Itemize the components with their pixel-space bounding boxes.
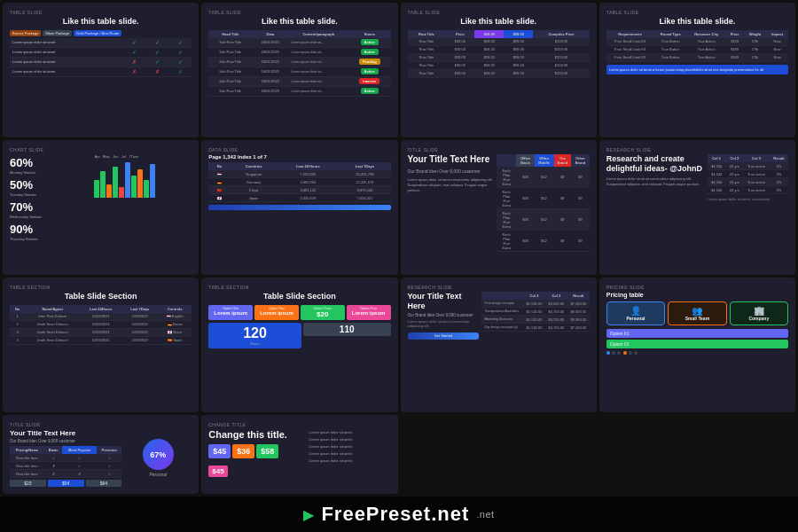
stats-list: 60% Monday Statistic 50% Tuesday Statist…: [10, 154, 90, 241]
slide-10-label: Table Section: [208, 285, 390, 290]
slide-13-left: Your Title Text Here Our Brand Iden Over…: [10, 429, 121, 487]
slide-4-label: Table Slide: [606, 10, 788, 15]
slide-14-content: Change this title. $45 $36 $58 $45 Lorem…: [208, 429, 390, 477]
dollar-box: $45: [208, 444, 231, 458]
slide-1-table: Lorem ipsum dolor sit amet ✓ ✓ ✓ Lorem i…: [10, 38, 192, 77]
table-row: 🇯🇵Japan2,345,6787,654,321: [208, 194, 390, 202]
slide-11-cta[interactable]: Get Started: [408, 332, 480, 340]
table-row: 🇩🇪Germany4,902,00412,345,678: [208, 178, 390, 186]
check-icon: ✓: [155, 59, 160, 65]
small-number-card: 110: [303, 323, 391, 348]
stat-item: 90% Thursday Statistic: [10, 221, 90, 241]
dot-gray: [617, 351, 621, 355]
slide-10: Table Section Table Slide Section Option…: [201, 278, 397, 412]
plan-card-team: 👥 Small Team: [668, 301, 726, 325]
table-row: Row title here✗✗✓: [10, 470, 121, 478]
big-number: 120: [243, 325, 267, 341]
status-badge: Active: [361, 88, 379, 94]
footer-values: $23 $54 $64: [10, 480, 121, 487]
slide-8-left: Research and create delightful ideas- @J…: [606, 154, 704, 201]
option-row: Option 01: [606, 329, 788, 338]
big-numbers-row: 120 Event 110: [208, 323, 390, 348]
bar-chart: Apr May Jun Jul 7Tues: [94, 154, 192, 198]
slide-12: Pricing Slide Pricing table 👤 Personal 👥…: [599, 278, 795, 412]
bar: [131, 176, 137, 198]
slide-3: Table Slide Like this table slide. Row T…: [401, 3, 597, 137]
cross-icon: ✗: [132, 59, 137, 65]
slide-10-title: Table Slide Section: [208, 292, 390, 301]
table-row: Free Small Limit S3True ButtonTrue Actio…: [606, 38, 788, 46]
table-row: Each Plan Run Extra$69$52$9$9: [497, 231, 590, 252]
table-row: Row Title$39.00$59.00$99.00$159.00: [408, 45, 590, 53]
slide-14-label: Change Title: [208, 422, 390, 427]
table-row: Row Title$39.00$59.00$99.00$159.00: [408, 69, 590, 77]
slide-5: Chart Slide 60% Monday Statistic 50% Tue…: [3, 140, 199, 275]
plan-name: Personal: [611, 316, 661, 321]
slide-14: Change Title Change this title. $45 $36 …: [201, 415, 397, 494]
dot-indicators: [606, 351, 788, 355]
plan-name: Small Team: [672, 316, 722, 321]
list-item: Lorem ipsum dolor sit amet: [309, 458, 391, 465]
slide-8-content: Research and create delightful ideas- @J…: [606, 154, 788, 201]
list-item: Lorem ipsum dolor sit amet: [309, 443, 391, 450]
footer-value: $23: [10, 480, 46, 487]
slide-3-title: Like this table slide.: [408, 17, 590, 27]
slide-8: Research Slide Research and create delig…: [599, 140, 795, 275]
slide-11: Research Slide Your Title Text Here Our …: [401, 278, 597, 412]
slide-14-title: Change this title.: [208, 429, 306, 441]
check-icon: ✓: [132, 40, 137, 45]
chart-labels: Apr May Jun Jul 7Tues: [94, 154, 192, 159]
dot-orange: [623, 351, 627, 355]
option-card: Option Three$20: [301, 305, 345, 320]
watermark-text: FreePreset.net: [321, 503, 469, 526]
footer-value: $54: [48, 480, 84, 487]
table-header-row: Head Title Data Content/paragraph Status: [208, 30, 390, 38]
slide-14-left: Change this title. $45 $36 $58 $45: [208, 429, 306, 477]
table-row: Free Small Limit S3True ButtonTrue Actio…: [606, 45, 788, 53]
table-row: Each Plan Run Extra$69$52$9$9: [497, 188, 590, 209]
option-row: Option 02: [606, 340, 788, 348]
table-row: 3Jeath Sean Dobson12/03/20211/03/2022🇯🇵 …: [10, 328, 192, 336]
slide-6-table: No Countries Last 24 Hours Last 7Days 🇳🇱…: [208, 162, 390, 202]
table-row: $4,34443 yrsTrue action3%: [708, 178, 788, 186]
stat-number: 50%: [10, 178, 33, 192]
table-row: Sub Row Title04/01/2023Lorem ipsum dolor…: [208, 57, 390, 66]
stat-label: Wednesday Statistic: [10, 215, 90, 219]
slide-13-label: Title Slide: [10, 422, 192, 427]
progress-bar: [208, 205, 390, 210]
check-icon: ✓: [178, 59, 183, 65]
slide-4-title: Like this table slide.: [606, 17, 788, 27]
slide-6: Data Slide Page 1,342 Index 1 of 7 No Co…: [201, 140, 397, 275]
slide-2-table: Head Title Data Content/paragraph Status…: [208, 30, 390, 97]
slide-9: Table Section Table Slide Section No Nam…: [3, 278, 199, 412]
slide-6-title-small: Page 1,342 Index 1 of 7: [208, 154, 390, 160]
table-header-row: Row Title Price $59.00 $99.00 Complete P…: [408, 30, 590, 38]
table-row: Each Plan Run Extra$69$52$9$9: [497, 167, 590, 188]
table-row: 🇨🇳China3,891,1229,876,543: [208, 186, 390, 194]
slide-9-title: Table Slide Section: [10, 292, 192, 301]
table-row: Marketing Discounts$1,520.00$3,700.00$9,…: [481, 316, 589, 324]
bar: [113, 167, 118, 198]
slide-9-table: No Name/Agent Last 24Hours Last 7Days Co…: [10, 305, 192, 345]
slide-13: Title Slide Your Title Text Here Our Bra…: [3, 415, 199, 494]
slide-1-label: Table Slide: [10, 10, 192, 15]
bars-container: [94, 162, 192, 198]
table-row: 1John First Dobson12/03/20211/03/2022🇳🇱 …: [10, 313, 192, 321]
slide-11-right: Col 2 Col 3 Result Free design concepts$…: [481, 292, 589, 340]
percent-value: 67%: [150, 450, 166, 459]
check-icon: ✓: [178, 40, 183, 45]
slide-14-right: Lorem ipsum dolor sit amet Lorem ipsum d…: [309, 429, 391, 477]
table-row: Sub Row Title04/01/2023Lorem ipsum dolor…: [208, 47, 390, 57]
table-row: 4Jeath Sean Dobson12/03/20211/03/2022🇪🇸 …: [10, 336, 192, 344]
table-header-row: Col 1 Col 2 Col 3 Result: [708, 154, 788, 162]
slide-11-left: Your Title Text Here Our Brand Iden Over…: [408, 292, 480, 340]
percent-circle: 67%: [143, 439, 174, 470]
slide-2-label: Table Slide: [208, 10, 390, 15]
table-header-row: No Countries Last 24 Hours Last 7Days: [208, 162, 390, 170]
check-icon: ✓: [132, 50, 137, 55]
table-row: Lorem ipsum dolor sit amet ✗ ✓ ✓: [10, 57, 192, 66]
slide-7: Title Slide Your Title Text Here Our Bra…: [401, 140, 597, 275]
table-row: Free Small Limit S3True ButtonTrue Actio…: [606, 53, 788, 61]
slide-7-label: Title Slide: [408, 147, 590, 153]
slide-2-title: Like this table slide.: [208, 17, 390, 27]
